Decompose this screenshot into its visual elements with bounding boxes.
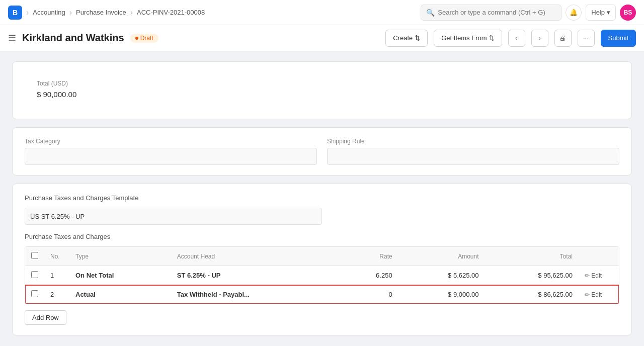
col-account-head: Account Head xyxy=(171,247,341,266)
row-no-1: 1 xyxy=(44,266,69,285)
help-button[interactable]: Help ▾ xyxy=(586,5,616,21)
col-type: Type xyxy=(69,247,171,266)
status-label: Draft xyxy=(140,35,153,42)
taxes-table-wrap: No. Type Account Head Rate Amount Total … xyxy=(25,246,619,304)
col-no: No. xyxy=(44,247,69,266)
print-button[interactable]: 🖨 xyxy=(554,30,572,47)
col-total: Total xyxy=(485,247,579,266)
bell-icon: 🔔 xyxy=(570,9,578,16)
tax-category-row: Tax Category Shipping Rule xyxy=(25,138,619,165)
taxes-table: No. Type Account Head Rate Amount Total … xyxy=(25,247,619,304)
row-rate-2: 0 xyxy=(341,285,398,304)
submit-button[interactable]: Submit xyxy=(601,30,636,47)
get-items-from-button[interactable]: Get Items From ⇅ xyxy=(434,30,502,47)
chevron-icon: ⇅ xyxy=(489,34,495,42)
chevron-left-icon: ‹ xyxy=(515,34,517,42)
select-all-checkbox[interactable] xyxy=(31,252,38,259)
shipping-rule-input[interactable] xyxy=(327,148,619,165)
edit-link-2[interactable]: ✏ Edit xyxy=(585,291,613,298)
tax-category-input[interactable] xyxy=(25,148,317,165)
avatar[interactable]: BS xyxy=(620,5,636,21)
row-total-2: $ 86,625.00 xyxy=(485,285,579,304)
total-value: $ 90,000.00 xyxy=(37,90,607,99)
breadcrumb-purchase-invoice[interactable]: Purchase Invoice xyxy=(76,9,126,16)
print-icon: 🖨 xyxy=(559,34,566,42)
breadcrumb-accounting[interactable]: Accounting xyxy=(33,9,65,16)
draft-dot xyxy=(135,37,138,40)
menu-icon[interactable]: ☰ xyxy=(8,33,16,44)
breadcrumb-sep-3: › xyxy=(130,8,133,17)
breadcrumb-sep-2: › xyxy=(69,8,72,17)
more-button[interactable]: ··· xyxy=(578,30,595,47)
row-total-1: $ 95,625.00 xyxy=(485,266,579,285)
submit-label: Submit xyxy=(608,34,628,42)
table-row: 1 On Net Total ST 6.25% - UP 6.250 $ 5,6… xyxy=(25,266,619,285)
tax-category-field: Tax Category xyxy=(25,138,317,165)
help-label: Help xyxy=(591,9,605,16)
breadcrumb-sep-1: › xyxy=(26,8,29,17)
chevron-up-down-icon: ⇅ xyxy=(415,34,420,42)
search-box[interactable]: 🔍 xyxy=(421,5,561,21)
row-account-head-1: ST 6.25% - UP xyxy=(171,266,341,285)
search-input[interactable] xyxy=(438,9,556,16)
search-icon: 🔍 xyxy=(426,9,435,17)
taxes-card: Purchase Taxes and Charges Template Purc… xyxy=(12,184,632,335)
row-checkbox-1[interactable] xyxy=(31,271,38,278)
table-row: 2 Actual Tax Withheld - Payabl... 0 $ 9,… xyxy=(25,285,619,304)
breadcrumb-doc-id: ACC-PINV-2021-00008 xyxy=(137,9,205,16)
template-label: Purchase Taxes and Charges Template xyxy=(25,194,619,202)
row-edit-1[interactable]: ✏ Edit xyxy=(579,266,619,285)
template-input[interactable] xyxy=(25,208,322,225)
tax-category-card: Tax Category Shipping Rule xyxy=(12,127,632,176)
tax-category-label: Tax Category xyxy=(25,138,317,145)
row-type-1: On Net Total xyxy=(69,266,171,285)
col-amount: Amount xyxy=(398,247,485,266)
row-amount-2: $ 9,000.00 xyxy=(398,285,485,304)
get-items-from-label: Get Items From xyxy=(441,34,487,42)
next-button[interactable]: › xyxy=(531,30,548,47)
total-card: Total (USD) $ 90,000.00 xyxy=(12,61,632,119)
row-no-2: 2 xyxy=(44,285,69,304)
edit-link-1[interactable]: ✏ Edit xyxy=(585,272,613,279)
add-row-button[interactable]: Add Row xyxy=(25,310,66,325)
main-content: Total (USD) $ 90,000.00 Tax Category Shi… xyxy=(0,51,644,346)
chevron-down-icon: ▾ xyxy=(607,9,610,16)
total-section: Total (USD) $ 90,000.00 xyxy=(25,72,619,109)
table-header-row: No. Type Account Head Rate Amount Total xyxy=(25,247,619,266)
table-section-label: Purchase Taxes and Charges xyxy=(25,233,619,240)
total-label: Total (USD) xyxy=(37,80,607,87)
template-field: Purchase Taxes and Charges Template xyxy=(25,194,619,225)
row-account-head-2: Tax Withheld - Payabl... xyxy=(171,285,341,304)
shipping-rule-label: Shipping Rule xyxy=(327,138,619,145)
topnav: B › Accounting › Purchase Invoice › ACC-… xyxy=(0,0,644,25)
notifications-button[interactable]: 🔔 xyxy=(566,5,582,21)
shipping-rule-field: Shipping Rule xyxy=(327,138,619,165)
prev-button[interactable]: ‹ xyxy=(508,30,525,47)
chevron-right-icon: › xyxy=(538,34,540,42)
create-button[interactable]: Create ⇅ xyxy=(385,30,428,47)
app-logo[interactable]: B xyxy=(8,6,22,20)
doc-title: Kirkland and Watkins xyxy=(22,32,124,44)
create-label: Create xyxy=(393,34,413,42)
ellipsis-icon: ··· xyxy=(583,34,589,42)
row-rate-1: 6.250 xyxy=(341,266,398,285)
row-checkbox-2[interactable] xyxy=(31,290,38,297)
col-rate: Rate xyxy=(341,247,398,266)
row-type-2: Actual xyxy=(69,285,171,304)
row-amount-1: $ 5,625.00 xyxy=(398,266,485,285)
status-badge: Draft xyxy=(130,34,158,43)
subheader: ☰ Kirkland and Watkins Draft Create ⇅ Ge… xyxy=(0,25,644,51)
row-edit-2[interactable]: ✏ Edit xyxy=(579,285,619,304)
